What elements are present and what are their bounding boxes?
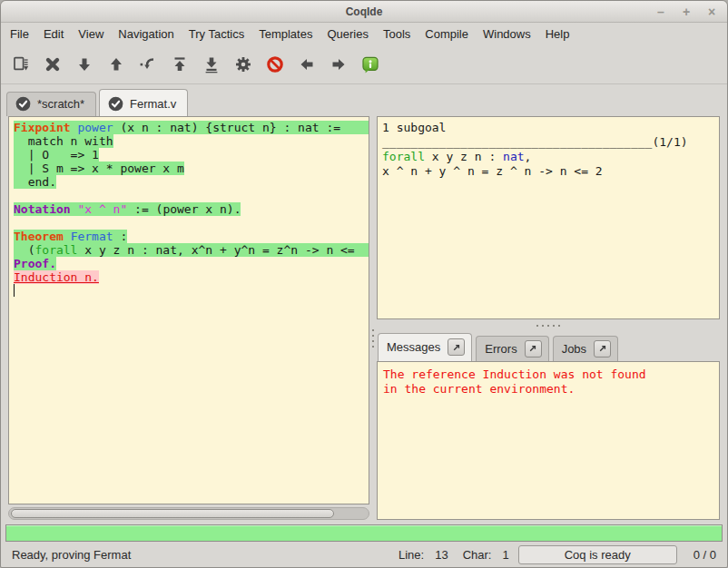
arrow-down-icon	[75, 55, 93, 73]
code-line	[14, 189, 369, 202]
fully-check-button[interactable]	[227, 49, 259, 80]
tab-label: Fermat.v	[130, 97, 176, 111]
goals-view: 1 subgoal_______________________________…	[377, 116, 720, 319]
minimize-icon[interactable]: –	[654, 5, 667, 18]
code-line: Notation "x ^ n" := (power x n).	[14, 202, 369, 216]
code-line: (forall x y z n : nat, x^n + y^n = z^n -…	[14, 243, 369, 257]
arrow-down-to-bar-icon	[202, 55, 221, 73]
tab-fermat-v[interactable]: Fermat.v	[99, 89, 188, 116]
menu-help[interactable]: Help	[538, 24, 577, 44]
detach-icon[interactable]	[594, 340, 611, 357]
progress-bar	[5, 524, 723, 542]
menu-compile[interactable]: Compile	[418, 24, 476, 44]
code-line	[14, 284, 369, 299]
arrow-left-icon	[298, 55, 316, 73]
panel-tab-messages[interactable]: Messages	[378, 333, 472, 361]
panel-tab-jobs[interactable]: Jobs	[553, 336, 618, 361]
vertical-splitter[interactable]	[369, 116, 377, 524]
scrollbar-thumb[interactable]	[11, 509, 334, 518]
panel-tab-label: Errors	[485, 342, 516, 356]
step-backward-button[interactable]	[100, 49, 132, 80]
tab-label: *scratch*	[37, 97, 84, 111]
menu-windows[interactable]: Windows	[476, 24, 538, 44]
previous-button[interactable]	[290, 49, 322, 80]
no-entry-icon	[266, 55, 284, 73]
code-line: match n with	[14, 134, 369, 148]
close-cross-icon	[44, 55, 62, 73]
menu-try-tactics[interactable]: Try Tactics	[182, 24, 251, 44]
line-value: 13	[435, 548, 448, 562]
menu-file[interactable]: File	[3, 24, 36, 44]
check-circle-icon	[108, 96, 123, 112]
info-bubble-icon	[361, 55, 379, 73]
check-circle-icon	[15, 96, 31, 112]
code-line: | S m => x * power x m	[14, 162, 369, 175]
save-icon	[12, 55, 30, 73]
gear-icon	[234, 55, 252, 73]
save-button[interactable]	[5, 49, 36, 80]
progress-area	[1, 524, 727, 544]
menu-tools[interactable]: Tools	[376, 24, 418, 44]
document-tabs: *scratch*Fermat.v	[1, 84, 727, 116]
horizontal-scrollbar[interactable]	[8, 507, 369, 520]
menu-navigation[interactable]: Navigation	[111, 24, 181, 44]
panel-tab-errors[interactable]: Errors	[476, 336, 548, 361]
restart-button[interactable]	[163, 49, 195, 80]
coqide-window: CoqIde – + × FileEditViewNavigationTry T…	[0, 0, 728, 568]
code-line: | O => 1	[14, 148, 369, 162]
tab-scratch[interactable]: *scratch*	[6, 92, 96, 116]
status-bar: Ready, proving Fermat Line: 13 Char: 1 C…	[1, 544, 727, 567]
close-icon[interactable]: ×	[705, 5, 718, 18]
job-counter: 0 / 0	[694, 548, 716, 562]
toolbar	[1, 44, 727, 84]
goal-line: ______________________________________(1…	[382, 135, 719, 150]
menu-templates[interactable]: Templates	[251, 24, 320, 44]
code-line: end.	[14, 175, 369, 189]
menu-bar: FileEditViewNavigationTry TacticsTemplat…	[1, 23, 727, 44]
code-line	[14, 216, 369, 230]
panel-tab-label: Jobs	[562, 342, 586, 356]
menu-view[interactable]: View	[71, 24, 111, 44]
panel-tab-label: Messages	[387, 340, 440, 354]
horizontal-splitter[interactable]	[377, 319, 720, 332]
maximize-icon[interactable]: +	[680, 5, 693, 18]
arrow-up-to-bar-icon	[171, 55, 189, 73]
status-text: Ready, proving Fermat	[12, 548, 131, 562]
curved-arrow-icon	[139, 55, 157, 73]
window-title: CoqIde	[346, 5, 383, 18]
goal-line: forall x y z n : nat,	[382, 150, 719, 164]
messages-view: The reference Induction was not foundin …	[377, 361, 720, 520]
coq-state-indicator: Coq is ready	[518, 545, 677, 564]
go-to-cursor-button[interactable]	[132, 49, 163, 80]
code-line: Fixpoint power (x n : nat) {struct n} : …	[14, 121, 369, 134]
arrow-right-icon	[330, 55, 348, 73]
goal-line: 1 subgoal	[382, 121, 719, 135]
next-button[interactable]	[322, 49, 354, 80]
arrow-up-icon	[107, 55, 125, 73]
interrupt-button[interactable]	[259, 49, 290, 80]
about-button[interactable]	[354, 49, 386, 80]
step-forward-button[interactable]	[68, 49, 100, 80]
menu-edit[interactable]: Edit	[36, 24, 71, 44]
line-label: Line:	[398, 548, 424, 562]
char-label: Char:	[463, 548, 492, 562]
code-editor[interactable]: Fixpoint power (x n : nat) {struct n} : …	[8, 116, 369, 504]
go-to-end-button[interactable]	[195, 49, 227, 80]
char-value: 1	[502, 548, 508, 562]
splitter-grip-icon	[536, 325, 560, 327]
code-line: Induction n.	[14, 270, 369, 284]
detach-icon[interactable]	[525, 340, 542, 357]
close-buffer-button[interactable]	[36, 49, 68, 80]
splitter-grip-icon	[372, 329, 374, 348]
message-line: in the current environment.	[383, 382, 719, 397]
panel-tabs: MessagesErrorsJobs	[377, 332, 720, 361]
menu-queries[interactable]: Queries	[320, 24, 376, 44]
message-line: The reference Induction was not found	[383, 367, 719, 382]
goal-line: x ^ n + y ^ n = z ^ n -> n <= 2	[382, 164, 719, 179]
code-line: Proof.	[14, 257, 369, 270]
code-line: Theorem Fermat :	[14, 230, 369, 243]
main-area: Fixpoint power (x n : nat) {struct n} : …	[1, 116, 727, 524]
title-bar[interactable]: CoqIde – + ×	[1, 1, 727, 23]
detach-icon[interactable]	[448, 338, 465, 356]
